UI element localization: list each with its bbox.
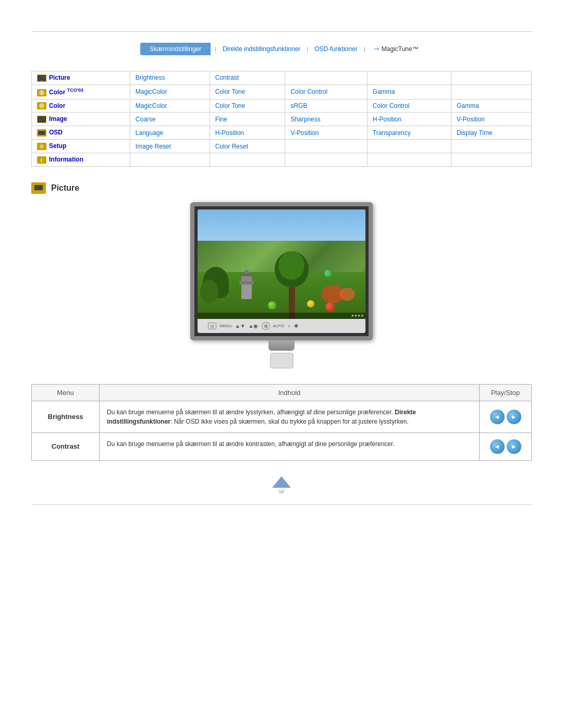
nav-cell-setup-3 (367, 140, 451, 153)
nav-cell-color_tco-4 (451, 84, 532, 99)
image-icon (37, 116, 46, 123)
nav-cell-osd-0[interactable]: Language (130, 126, 210, 140)
picture-section-icon (31, 182, 46, 194)
remote-control (270, 353, 293, 368)
nav-cell-information-1 (210, 153, 285, 166)
nav-label-setup: Setup (49, 142, 66, 150)
nav-cell-color_tco-3[interactable]: Gamma (367, 84, 451, 99)
setup-icon (37, 143, 46, 150)
monitor-stand (268, 340, 295, 351)
nav-cell-color-0[interactable]: MagicColor (130, 99, 210, 113)
circle-icon[interactable]: ○ (288, 323, 291, 329)
info-menu-1: Contrast (32, 433, 100, 460)
svg-point-6 (39, 103, 44, 108)
nav-cell-image-1[interactable]: Fine (210, 113, 285, 126)
play-back-btn-1[interactable] (490, 439, 505, 454)
nav-row-image[interactable]: Image (32, 113, 130, 126)
svg-text:i: i (41, 157, 42, 163)
info-table: Menu Indhold Play/Stop BrightnessDu kan … (31, 384, 532, 461)
info-content-1: Du kan bruge menuerne på skærmen til at … (100, 433, 480, 460)
nav-row-information[interactable]: iInformation (32, 153, 130, 166)
auto-button[interactable]: AUTO (273, 324, 285, 328)
nav-tab-active[interactable]: Skærmindstillinger (140, 43, 211, 55)
nav-link-direkte[interactable]: Direkte indstillingsfunktioner (221, 43, 302, 55)
nav-cell-information-4 (451, 153, 532, 166)
nav-row-osd[interactable]: OSD (32, 126, 130, 140)
nav-label-color_tco: Color TCO'03 (49, 89, 83, 96)
page-wrapper: Skærmindstillinger | Direkte indstilling… (0, 0, 563, 526)
nav-cell-image-0[interactable]: Coarse (130, 113, 210, 126)
svg-rect-17 (36, 191, 41, 192)
play-back-btn-0[interactable] (490, 410, 505, 424)
nav-cell-image-4[interactable]: V-Position (451, 113, 532, 126)
bottom-rule (31, 504, 532, 505)
nav-cell-picture-3 (367, 71, 451, 85)
svg-point-12 (40, 144, 44, 149)
info-playstop-0[interactable] (480, 401, 532, 433)
nav-row-picture[interactable]: Picture (32, 71, 130, 85)
play-forward-btn-0[interactable] (507, 410, 521, 424)
nav-row-color[interactable]: Color (32, 99, 130, 113)
info-table-header-menu: Menu (32, 384, 100, 401)
nav-row-setup[interactable]: Setup (32, 140, 130, 153)
picture-icon (37, 75, 46, 82)
nav-cell-osd-3[interactable]: Transparency (367, 126, 451, 140)
nav-row-color_tco[interactable]: Color TCO'03 (32, 84, 130, 99)
nav-cell-information-0 (130, 153, 210, 166)
up-down-icon[interactable]: ▲▼ (235, 323, 246, 329)
nav-cell-setup-1[interactable]: Color Reset (210, 140, 285, 153)
nav-cell-color_tco-1[interactable]: Color Tone (210, 84, 285, 99)
nav-cell-image-3[interactable]: H-Position (367, 113, 451, 126)
svg-rect-2 (40, 81, 43, 82)
nav-cell-setup-0[interactable]: Image Reset (130, 140, 210, 153)
menu-button[interactable]: ||| (208, 323, 216, 329)
nav-cell-color_tco-0[interactable]: MagicColor (130, 84, 210, 99)
nav-cell-color-1[interactable]: Color Tone (210, 99, 285, 113)
play-btn-group-0[interactable] (487, 410, 524, 424)
nav-separator-1: | (211, 46, 221, 52)
nav-label-picture: Picture (49, 74, 70, 81)
top-rule (31, 31, 532, 32)
nav-link-osd[interactable]: OSD-funktioner (312, 43, 360, 55)
enter-icon[interactable]: ⊕ (262, 322, 270, 330)
monitor-controls-area: ||| MENU ▲▼ ▲◉ ⊕ AUTO ○ ✱ (198, 319, 365, 333)
nav-cell-color-3[interactable]: Color Control (367, 99, 451, 113)
nav-cell-osd-1[interactable]: H-Position (210, 126, 285, 140)
nav-bar: Skærmindstillinger | Direkte indstilling… (31, 42, 532, 55)
monitor-status-bar: ■ ■ ■ ■ (351, 314, 363, 317)
nav-cell-color_tco-2[interactable]: Color Control (285, 84, 367, 99)
nav-cell-color-4[interactable]: Gamma (451, 99, 532, 113)
nav-cell-image-2[interactable]: Sharpness (285, 113, 367, 126)
svg-point-4 (39, 90, 44, 95)
nav-cell-picture-0[interactable]: Brightness (130, 71, 210, 85)
monitor-container: ■ ■ ■ ■ ||| MENU ▲▼ ▲◉ ⊕ AUTO ○ ✱ (31, 202, 532, 368)
information-icon: i (37, 156, 46, 164)
play-forward-btn-1[interactable] (507, 439, 521, 454)
up-circle-icon[interactable]: ▲◉ (249, 323, 259, 329)
nav-cell-osd-4[interactable]: Display Time (451, 126, 532, 140)
nav-cell-picture-1[interactable]: Contrast (210, 71, 285, 85)
nav-cell-color-2[interactable]: sRGB (285, 99, 367, 113)
svg-rect-8 (38, 116, 46, 122)
nav-cell-information-2 (285, 153, 367, 166)
nav-table: PictureBrightnessContrastColor TCO'03Mag… (31, 71, 532, 167)
info-playstop-1[interactable] (480, 433, 532, 460)
star-icon[interactable]: ✱ (294, 323, 298, 329)
monitor-buttons: ||| MENU ▲▼ ▲◉ ⊕ AUTO ○ ✱ (208, 322, 298, 330)
up-arrow-triangle (272, 476, 291, 488)
nav-magictune-label: MagicTune™ (382, 45, 419, 53)
info-menu-0: Brightness (32, 401, 100, 433)
up-arrow[interactable]: up (272, 476, 291, 494)
nav-cell-setup-2 (285, 140, 367, 153)
monitor-menu-label: MENU (219, 324, 232, 328)
nav-label-image: Image (49, 115, 67, 122)
play-btn-group-1[interactable] (487, 439, 524, 454)
color_tco-icon (37, 89, 46, 96)
nav-cell-osd-2[interactable]: V-Position (285, 126, 367, 140)
nav-magictune[interactable]: ⇝ MagicTune™ (370, 42, 423, 55)
nav-cell-picture-2 (285, 71, 367, 85)
up-arrow-label: up (278, 488, 284, 494)
nav-label-information: Information (49, 156, 83, 163)
svg-rect-10 (38, 131, 45, 135)
up-arrow-container: up (31, 476, 532, 494)
